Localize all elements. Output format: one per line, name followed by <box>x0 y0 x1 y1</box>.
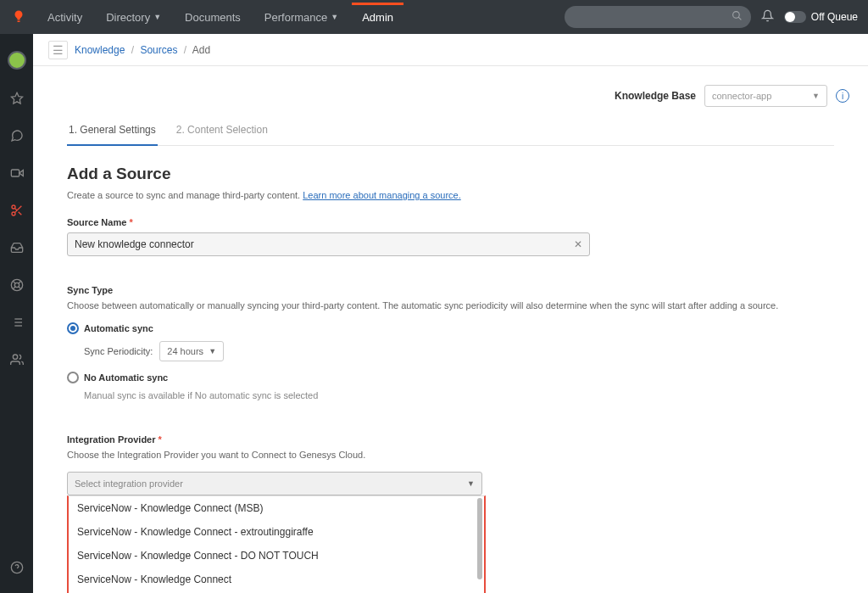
source-name-label: Source Name * <box>67 217 834 227</box>
integration-option[interactable]: ServiceNow - Knowledge Connect - DO NOT … <box>69 544 484 568</box>
chevron-down-icon: ▼ <box>331 13 338 21</box>
star-icon[interactable] <box>8 90 25 107</box>
chevron-down-icon: ▼ <box>467 479 475 488</box>
svg-point-22 <box>13 355 17 359</box>
no-auto-hint: Manual sync is available if No automatic… <box>84 390 834 400</box>
integration-option[interactable]: ServiceNow - Knowledge Connect <box>69 568 484 591</box>
svg-line-15 <box>13 287 15 289</box>
breadcrumb-current: Add <box>192 44 210 56</box>
help-icon[interactable] <box>8 559 25 576</box>
chat-icon[interactable] <box>8 127 25 144</box>
nav-documents[interactable]: Documents <box>175 3 251 32</box>
svg-line-13 <box>18 287 20 289</box>
svg-line-14 <box>18 281 20 283</box>
breadcrumb-knowledge[interactable]: Knowledge <box>75 44 125 56</box>
queue-toggle-area: Off Queue <box>784 11 858 23</box>
radio-auto-sync[interactable]: Automatic sync <box>67 322 834 334</box>
queue-toggle[interactable] <box>784 11 806 23</box>
breadcrumb-sources[interactable]: Sources <box>140 44 177 56</box>
page-subtitle: Create a source to sync and manage third… <box>67 190 834 200</box>
sync-type-section: Sync Type Choose between automatically o… <box>67 285 834 400</box>
list-icon[interactable] <box>8 314 25 331</box>
svg-line-8 <box>18 212 21 215</box>
periodicity-row: Sync Periodicity: 24 hours ▼ <box>84 341 834 361</box>
svg-marker-2 <box>11 92 22 103</box>
nav-directory[interactable]: Directory▼ <box>96 3 171 32</box>
svg-rect-3 <box>11 170 19 176</box>
integration-dropdown: ServiceNow - Knowledge Connect (MSB) Ser… <box>67 495 486 593</box>
svg-point-0 <box>732 12 739 19</box>
tab-general-settings[interactable]: 1. General Settings <box>67 115 158 146</box>
life-ring-icon[interactable] <box>8 277 25 294</box>
genesys-logo-icon <box>10 8 27 25</box>
global-search[interactable] <box>565 6 751 28</box>
svg-line-9 <box>14 208 17 210</box>
breadcrumb: Knowledge / Sources / Add <box>75 44 210 56</box>
people-icon[interactable] <box>8 351 25 368</box>
chevron-down-icon: ▼ <box>209 347 216 355</box>
header-right: Off Queue <box>565 6 858 28</box>
left-sidebar <box>0 34 33 593</box>
avatar-icon[interactable] <box>8 51 26 70</box>
nav-admin[interactable]: Admin <box>352 3 403 32</box>
notifications-icon[interactable] <box>761 9 774 25</box>
form-content: 1. General Settings 2. Content Selection… <box>33 115 868 593</box>
source-name-input[interactable]: New knowledge connector ✕ <box>67 232 590 256</box>
queue-label: Off Queue <box>811 11 858 23</box>
radio-icon <box>67 372 79 383</box>
chevron-down-icon: ▼ <box>812 92 820 100</box>
nav-performance[interactable]: Performance▼ <box>254 3 348 32</box>
svg-marker-4 <box>19 171 23 176</box>
top-header: Activity Directory▼ Documents Performanc… <box>0 0 868 34</box>
scissors-icon[interactable] <box>8 202 25 219</box>
integration-desc: Choose the Integration Provider you want… <box>67 450 834 460</box>
radio-icon <box>67 322 79 334</box>
info-icon[interactable]: i <box>836 89 849 103</box>
integration-select[interactable]: Select integration provider ▼ <box>67 472 482 495</box>
wizard-tabs: 1. General Settings 2. Content Selection <box>67 115 834 146</box>
integration-option[interactable]: ServiceNow - Knowledge Connect (MSB) <box>69 496 484 520</box>
page-title: Add a Source <box>67 165 834 183</box>
integration-label: Integration Provider * <box>67 434 834 445</box>
tab-content-selection[interactable]: 2. Content Selection <box>175 115 270 145</box>
learn-more-link[interactable]: Learn more about managing a source. <box>303 190 461 200</box>
sync-type-desc: Choose between automatically or manually… <box>67 300 834 310</box>
sync-type-title: Sync Type <box>67 285 834 295</box>
svg-line-12 <box>13 281 15 283</box>
chevron-down-icon: ▼ <box>153 13 161 21</box>
nav-activity[interactable]: Activity <box>37 3 92 32</box>
svg-line-1 <box>738 17 741 20</box>
top-nav: Activity Directory▼ Documents Performanc… <box>37 3 403 32</box>
svg-point-5 <box>12 205 15 209</box>
svg-point-6 <box>12 212 15 215</box>
kb-select[interactable]: connector-app ▼ <box>704 85 827 107</box>
knowledge-base-selector-area: Knowledge Base connector-app ▼ i <box>615 85 849 107</box>
inbox-icon[interactable] <box>8 239 25 256</box>
search-icon <box>732 10 743 24</box>
main-content: ☰ Knowledge / Sources / Add Knowledge Ba… <box>33 34 868 593</box>
integration-option[interactable]: ServiceNow - Knowledge Connect - extrout… <box>69 520 484 544</box>
breadcrumb-bar: ☰ Knowledge / Sources / Add <box>33 34 868 66</box>
integration-provider-section: Integration Provider * Choose the Integr… <box>67 434 834 593</box>
video-icon[interactable] <box>8 165 25 182</box>
clear-icon[interactable]: ✕ <box>574 238 582 250</box>
hamburger-icon[interactable]: ☰ <box>48 41 68 59</box>
radio-no-auto-sync[interactable]: No Automatic sync <box>67 372 834 383</box>
integration-option-list[interactable]: ServiceNow - Knowledge Connect (MSB) Ser… <box>69 496 484 593</box>
kb-label: Knowledge Base <box>615 90 696 102</box>
periodicity-select[interactable]: 24 hours ▼ <box>159 341 224 361</box>
